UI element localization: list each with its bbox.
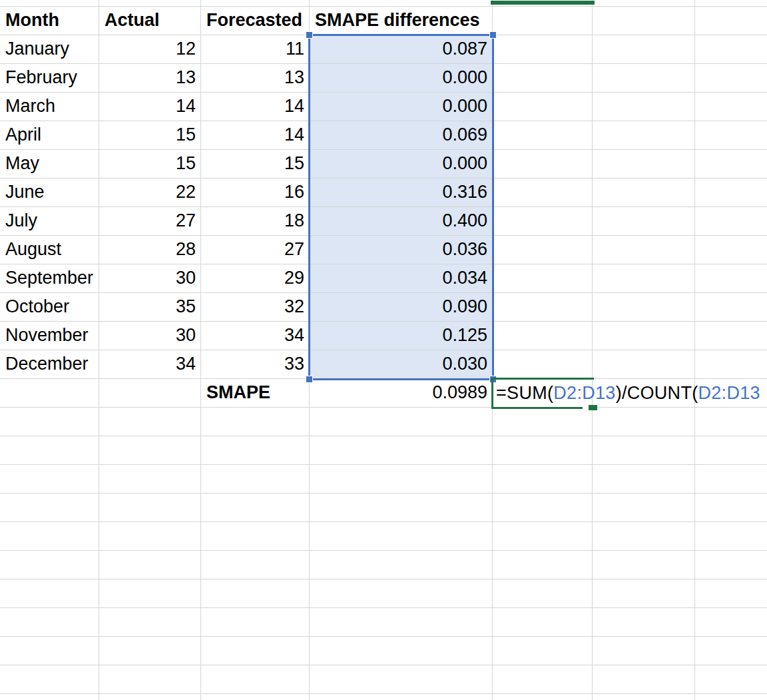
cell-E3[interactable] <box>493 64 593 93</box>
cell-G5[interactable] <box>695 121 767 150</box>
cell-A1[interactable]: Month <box>0 7 99 35</box>
cell-F22[interactable] <box>593 608 695 637</box>
column-header-sliver-C[interactable] <box>201 0 310 6</box>
cell-B12[interactable]: 30 <box>99 322 201 350</box>
cell-G7[interactable] <box>695 178 767 207</box>
cell-E19[interactable] <box>493 522 593 551</box>
cell-G10[interactable] <box>695 264 767 293</box>
cell-D19[interactable] <box>310 522 493 551</box>
cell-B13[interactable]: 34 <box>99 350 201 379</box>
cell-G16[interactable] <box>695 436 767 465</box>
cell-F6[interactable] <box>593 150 695 178</box>
cell-E12[interactable] <box>493 322 593 350</box>
cell-F11[interactable] <box>593 293 695 322</box>
cell-F21[interactable] <box>593 579 695 608</box>
cell-A7[interactable]: June <box>0 178 99 207</box>
cell-G24[interactable] <box>695 665 767 694</box>
cell-G22[interactable] <box>695 608 767 637</box>
cell-G25[interactable] <box>695 694 767 700</box>
cell-C24[interactable] <box>201 665 310 694</box>
cell-B11[interactable]: 35 <box>99 293 201 322</box>
cell-D15[interactable] <box>310 408 493 436</box>
cell-F9[interactable] <box>593 236 695 264</box>
cell-C6[interactable]: 15 <box>201 150 310 178</box>
cell-B8[interactable]: 27 <box>99 207 201 236</box>
column-header-sliver-G[interactable] <box>695 0 767 6</box>
cell-A11[interactable]: October <box>0 293 99 322</box>
cell-C11[interactable]: 32 <box>201 293 310 322</box>
cell-B22[interactable] <box>99 608 201 637</box>
cell-F4[interactable] <box>593 93 695 121</box>
cell-G13[interactable] <box>695 350 767 379</box>
cell-C17[interactable] <box>201 465 310 494</box>
cell-C16[interactable] <box>201 436 310 465</box>
cell-E23[interactable] <box>493 637 593 665</box>
cell-A17[interactable] <box>0 465 99 494</box>
cell-E9[interactable] <box>493 236 593 264</box>
cell-A19[interactable] <box>0 522 99 551</box>
cell-C3[interactable]: 13 <box>201 64 310 93</box>
cell-B1[interactable]: Actual <box>99 7 201 35</box>
cell-A16[interactable] <box>0 436 99 465</box>
cell-D23[interactable] <box>310 637 493 665</box>
cell-G1[interactable] <box>695 7 767 35</box>
cell-E5[interactable] <box>493 121 593 150</box>
cell-E15[interactable] <box>493 408 593 436</box>
cell-F20[interactable] <box>593 551 695 579</box>
column-header-sliver-A[interactable] <box>0 0 99 6</box>
cell-E16[interactable] <box>493 436 593 465</box>
cell-B20[interactable] <box>99 551 201 579</box>
cell-F12[interactable] <box>593 322 695 350</box>
cell-A9[interactable]: August <box>0 236 99 264</box>
cell-B3[interactable]: 13 <box>99 64 201 93</box>
cell-E25[interactable] <box>493 694 593 700</box>
cell-B23[interactable] <box>99 637 201 665</box>
cell-A3[interactable]: February <box>0 64 99 93</box>
cell-G18[interactable] <box>695 494 767 522</box>
column-header-sliver-F[interactable] <box>593 0 695 6</box>
cell-E6[interactable] <box>493 150 593 178</box>
cell-D24[interactable] <box>310 665 493 694</box>
cell-A20[interactable] <box>0 551 99 579</box>
cell-E13[interactable] <box>493 350 593 379</box>
cell-A25[interactable] <box>0 694 99 700</box>
cell-F7[interactable] <box>593 178 695 207</box>
cell-F18[interactable] <box>593 494 695 522</box>
cell-E20[interactable] <box>493 551 593 579</box>
cell-A5[interactable]: April <box>0 121 99 150</box>
cell-B7[interactable]: 22 <box>99 178 201 207</box>
cell-E8[interactable] <box>493 207 593 236</box>
cell-C21[interactable] <box>201 579 310 608</box>
column-header-sliver-B[interactable] <box>99 0 201 6</box>
cell-F15[interactable] <box>593 408 695 436</box>
cell-C5[interactable]: 14 <box>201 121 310 150</box>
cell-A12[interactable]: November <box>0 322 99 350</box>
cell-B10[interactable]: 30 <box>99 264 201 293</box>
cell-F17[interactable] <box>593 465 695 494</box>
cell-A21[interactable] <box>0 579 99 608</box>
cell-G3[interactable] <box>695 64 767 93</box>
cell-G20[interactable] <box>695 551 767 579</box>
cell-F23[interactable] <box>593 637 695 665</box>
cell-E17[interactable] <box>493 465 593 494</box>
cell-E11[interactable] <box>493 293 593 322</box>
cell-D17[interactable] <box>310 465 493 494</box>
cell-C25[interactable] <box>201 694 310 700</box>
cell-C7[interactable]: 16 <box>201 178 310 207</box>
cell-F10[interactable] <box>593 264 695 293</box>
cell-C9[interactable]: 27 <box>201 236 310 264</box>
cell-G19[interactable] <box>695 522 767 551</box>
cell-C14[interactable]: SMAPE <box>201 379 310 408</box>
cell-F3[interactable] <box>593 64 695 93</box>
cell-C18[interactable] <box>201 494 310 522</box>
cell-C22[interactable] <box>201 608 310 637</box>
cell-F16[interactable] <box>593 436 695 465</box>
cell-A18[interactable] <box>0 494 99 522</box>
cell-D22[interactable] <box>310 608 493 637</box>
cell-D16[interactable] <box>310 436 493 465</box>
selection-handle-bottom-left[interactable] <box>306 376 312 382</box>
cell-D1[interactable]: SMAPE differences <box>310 7 493 35</box>
cell-B16[interactable] <box>99 436 201 465</box>
cell-A8[interactable]: July <box>0 207 99 236</box>
cell-B9[interactable]: 28 <box>99 236 201 264</box>
